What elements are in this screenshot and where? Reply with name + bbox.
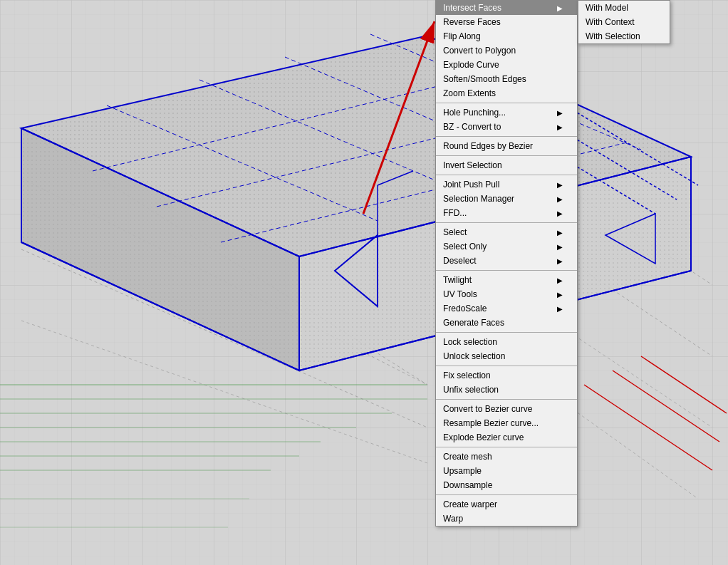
menu-item-label-soften-smooth: Soften/Smooth Edges xyxy=(443,74,526,84)
menu-item-invert-selection[interactable]: Invert Selection xyxy=(436,158,577,172)
menu-separator xyxy=(436,366,577,366)
menu-item-bz-convert[interactable]: BZ - Convert to▶ xyxy=(436,120,577,134)
menu-item-label-bz-convert: BZ - Convert to xyxy=(443,122,501,132)
menu-item-label-fix-selection: Fix selection xyxy=(443,370,491,380)
menu-item-label-select-only: Select Only xyxy=(443,242,487,252)
menu-item-label-explode-curve: Explode Curve xyxy=(443,60,499,70)
menu-item-joint-push-pull[interactable]: Joint Push Pull▶ xyxy=(436,177,577,192)
menu-separator xyxy=(436,270,577,271)
submenu-arrow-intersect-faces: ▶ xyxy=(557,4,563,12)
menu-separator xyxy=(436,494,577,495)
menu-item-label-uv-tools: UV Tools xyxy=(443,289,477,299)
menu-item-label-convert-polygon: Convert to Polygon xyxy=(443,46,516,56)
menu-item-label-convert-bezier: Convert to Bezier curve xyxy=(443,404,532,414)
submenu-arrow-deselect: ▶ xyxy=(557,257,563,265)
viewport-svg xyxy=(0,0,728,565)
menu-item-select-only[interactable]: Select Only▶ xyxy=(436,239,577,254)
menu-item-label-flip-along: Flip Along xyxy=(443,31,481,41)
menu-item-label-twilight: Twilight xyxy=(443,275,472,285)
menu-item-uv-tools[interactable]: UV Tools▶ xyxy=(436,287,577,301)
menu-separator xyxy=(436,155,577,156)
menu-separator xyxy=(436,332,577,333)
submenu-arrow-select-only: ▶ xyxy=(557,243,563,251)
submenu-arrow-twilight: ▶ xyxy=(557,276,563,284)
menu-item-label-downsample: Downsample xyxy=(443,480,492,490)
menu-separator xyxy=(436,222,577,223)
menu-item-round-edges[interactable]: Round Edges by Bezier xyxy=(436,139,577,153)
context-menu[interactable]: Intersect Faces▶Reverse FacesFlip AlongC… xyxy=(435,0,578,527)
menu-item-label-hole-punching: Hole Punching... xyxy=(443,108,506,118)
menu-separator xyxy=(436,399,577,400)
menu-separator xyxy=(436,136,577,137)
submenu-item-with-context[interactable]: With Context xyxy=(578,15,670,29)
menu-separator xyxy=(436,175,577,175)
menu-item-label-zoom-extents: Zoom Extents xyxy=(443,88,496,98)
menu-item-explode-curve[interactable]: Explode Curve xyxy=(436,58,577,72)
menu-item-label-explode-bezier: Explode Bezier curve xyxy=(443,432,524,442)
menu-item-warp[interactable]: Warp xyxy=(436,512,577,526)
menu-item-label-create-mesh: Create mesh xyxy=(443,452,492,462)
menu-item-label-select: Select xyxy=(443,227,467,237)
menu-item-lock-selection[interactable]: Lock selection xyxy=(436,335,577,349)
menu-item-selection-manager[interactable]: Selection Manager▶ xyxy=(436,192,577,206)
menu-item-soften-smooth[interactable]: Soften/Smooth Edges xyxy=(436,72,577,86)
menu-separator xyxy=(436,447,577,447)
3d-viewport[interactable] xyxy=(0,0,728,565)
menu-item-upsample[interactable]: Upsample xyxy=(436,464,577,478)
menu-item-label-joint-push-pull: Joint Push Pull xyxy=(443,180,499,190)
menu-item-fredoscale[interactable]: FredoScale▶ xyxy=(436,301,577,316)
menu-item-unfix-selection[interactable]: Unfix selection xyxy=(436,383,577,397)
menu-item-resample-bezier[interactable]: Resample Bezier curve... xyxy=(436,416,577,430)
menu-item-convert-polygon[interactable]: Convert to Polygon xyxy=(436,43,577,58)
submenu-arrow-selection-manager: ▶ xyxy=(557,195,563,203)
menu-item-deselect[interactable]: Deselect▶ xyxy=(436,254,577,268)
menu-item-hole-punching[interactable]: Hole Punching...▶ xyxy=(436,105,577,120)
menu-item-label-ffd: FFD... xyxy=(443,208,467,218)
menu-item-flip-along[interactable]: Flip Along xyxy=(436,29,577,43)
submenu-item-with-model[interactable]: With Model xyxy=(578,1,670,15)
menu-item-explode-bezier[interactable]: Explode Bezier curve xyxy=(436,430,577,445)
menu-item-convert-bezier[interactable]: Convert to Bezier curve xyxy=(436,402,577,416)
submenu-item-with-selection[interactable]: With Selection xyxy=(578,29,670,43)
menu-item-create-warper[interactable]: Create warper xyxy=(436,497,577,512)
menu-item-label-generate-faces: Generate Faces xyxy=(443,318,504,328)
menu-item-unlock-selection[interactable]: Unlock selection xyxy=(436,349,577,363)
submenu-arrow-hole-punching: ▶ xyxy=(557,109,563,117)
menu-item-label-fredoscale: FredoScale xyxy=(443,304,487,313)
menu-item-label-unfix-selection: Unfix selection xyxy=(443,385,499,395)
submenu-intersect[interactable]: With ModelWith ContextWith Selection xyxy=(578,0,670,44)
menu-item-label-warp: Warp xyxy=(443,514,463,524)
submenu-arrow-select: ▶ xyxy=(557,229,563,237)
menu-item-create-mesh[interactable]: Create mesh xyxy=(436,450,577,464)
menu-item-downsample[interactable]: Downsample xyxy=(436,478,577,492)
menu-item-label-invert-selection: Invert Selection xyxy=(443,160,502,170)
submenu-item-label-with-context: With Context xyxy=(586,17,635,27)
submenu-item-label-with-selection: With Selection xyxy=(586,31,640,41)
submenu-item-label-with-model: With Model xyxy=(586,3,628,13)
menu-item-label-deselect: Deselect xyxy=(443,256,477,266)
menu-item-reverse-faces[interactable]: Reverse Faces xyxy=(436,15,577,29)
menu-item-select[interactable]: Select▶ xyxy=(436,225,577,239)
menu-item-label-selection-manager: Selection Manager xyxy=(443,194,514,204)
submenu-arrow-fredoscale: ▶ xyxy=(557,305,563,313)
menu-item-generate-faces[interactable]: Generate Faces xyxy=(436,316,577,330)
submenu-arrow-joint-push-pull: ▶ xyxy=(557,181,563,189)
menu-item-label-resample-bezier: Resample Bezier curve... xyxy=(443,418,539,428)
submenu-arrow-bz-convert: ▶ xyxy=(557,123,563,131)
menu-separator xyxy=(436,103,577,103)
menu-item-label-intersect-faces: Intersect Faces xyxy=(443,3,501,13)
menu-item-label-reverse-faces: Reverse Faces xyxy=(443,17,501,27)
menu-item-zoom-extents[interactable]: Zoom Extents xyxy=(436,86,577,100)
menu-item-label-unlock-selection: Unlock selection xyxy=(443,351,505,361)
menu-item-fix-selection[interactable]: Fix selection xyxy=(436,368,577,383)
menu-item-ffd[interactable]: FFD...▶ xyxy=(436,206,577,220)
menu-item-intersect-faces[interactable]: Intersect Faces▶ xyxy=(436,1,577,15)
menu-item-label-lock-selection: Lock selection xyxy=(443,337,497,347)
menu-item-label-upsample: Upsample xyxy=(443,466,482,476)
menu-item-twilight[interactable]: Twilight▶ xyxy=(436,273,577,287)
menu-item-label-round-edges: Round Edges by Bezier xyxy=(443,141,533,151)
menu-item-label-create-warper: Create warper xyxy=(443,499,497,509)
submenu-arrow-ffd: ▶ xyxy=(557,209,563,217)
submenu-arrow-uv-tools: ▶ xyxy=(557,291,563,299)
